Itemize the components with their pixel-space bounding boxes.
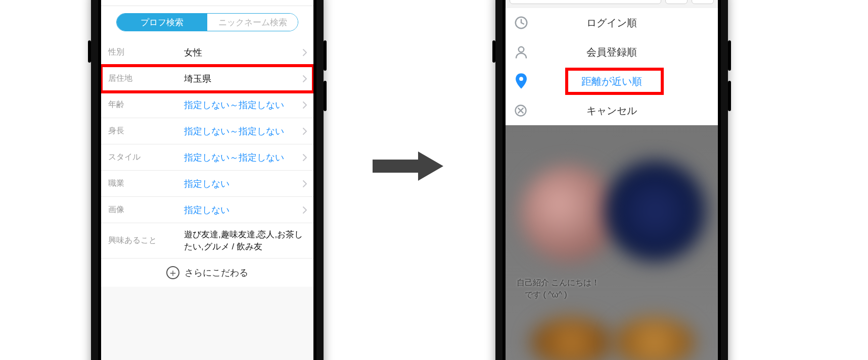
back-button[interactable]: 戻る — [105, 0, 134, 6]
pin-icon — [514, 73, 544, 90]
segment-control: プロフ検索 ニックネーム検索 — [116, 13, 298, 31]
phone-side-button — [492, 40, 495, 63]
row-label: 年齢 — [108, 99, 184, 110]
caption-line: 自己紹介 こんにちは！ — [517, 277, 600, 289]
avatar-blur — [531, 317, 612, 360]
chevron-right-icon — [302, 75, 307, 83]
chevron-right-icon — [302, 180, 307, 188]
sort-label: ログイン順 — [544, 16, 710, 30]
plus-circle-icon: ＋ — [166, 266, 179, 279]
location-button[interactable] — [692, 0, 714, 4]
segment-control-wrap: プロフ検索 ニックネーム検索 — [101, 6, 313, 39]
row-interest[interactable]: 興味あること 遊び友達,趣味友達,恋人,お茶したい,グルメ / 飲み友 — [101, 223, 313, 259]
chevron-right-icon — [302, 48, 307, 57]
row-value: 指定しない～指定しない — [184, 99, 302, 111]
phone-side-button — [728, 40, 731, 71]
row-job[interactable]: 職業 指定しない — [101, 171, 313, 197]
sort-label: キャンセル — [544, 104, 710, 118]
chevron-right-icon — [302, 153, 307, 162]
row-label: スタイル — [108, 152, 184, 163]
screen-left: 戻る プロフ検索 プロフ検索 ニックネーム検索 性別 女性 居住地 埼 — [101, 0, 313, 360]
row-value: 指定しない — [184, 178, 302, 190]
profile-caption: 自己紹介 こんにちは！ です ( ^ω^ ) — [517, 277, 600, 301]
sort-label: 会員登録順 — [544, 45, 710, 59]
filter-list: 性別 女性 居住地 埼玉県 年齢 指定しない～指定しない 身長 指定しない～指定 — [101, 39, 313, 287]
phone-frame-left: 戻る プロフ検索 プロフ検索 ニックネーム検索 性別 女性 居住地 埼 — [91, 0, 324, 360]
more-filters-label: さらにこだわる — [185, 267, 248, 279]
phone-side-button — [88, 40, 91, 63]
row-residence[interactable]: 居住地 埼玉県 — [101, 66, 313, 92]
search-bar-area: 検索条件を設定中 — [506, 0, 718, 8]
chevron-right-icon — [302, 101, 307, 109]
phone-side-button — [324, 40, 327, 71]
sort-login[interactable]: ログイン順 — [506, 8, 718, 37]
sequence-arrow-icon — [370, 148, 446, 184]
row-style[interactable]: スタイル 指定しない～指定しない — [101, 144, 313, 171]
chevron-right-icon — [302, 127, 307, 135]
row-value: 指定しない～指定しない — [184, 125, 302, 137]
nav-bar: 戻る プロフ検索 — [101, 0, 313, 6]
row-label: 興味あること — [108, 235, 184, 246]
phone-side-button — [324, 81, 327, 111]
phone-bezel: 戻る プロフ検索 プロフ検索 ニックネーム検索 性別 女性 居住地 埼 — [98, 0, 316, 360]
row-label: 居住地 — [108, 73, 184, 84]
user-icon — [514, 44, 544, 60]
row-value: 指定しない — [184, 204, 302, 216]
segment-nickname-search[interactable]: ニックネーム検索 — [207, 14, 298, 31]
avatar-blur — [605, 161, 706, 262]
row-value: 女性 — [184, 46, 302, 59]
row-value: 埼玉県 — [184, 73, 302, 85]
avatar-blur — [614, 317, 695, 360]
row-label: 身長 — [108, 126, 184, 136]
row-value: 指定しない～指定しない — [184, 151, 302, 164]
caption-line: です ( ^ω^ ) — [517, 289, 600, 301]
search-input[interactable]: 検索条件を設定中 — [510, 0, 661, 4]
row-height[interactable]: 身長 指定しない～指定しない — [101, 118, 313, 144]
sort-cancel[interactable]: キャンセル — [506, 96, 718, 125]
row-gender[interactable]: 性別 女性 — [101, 39, 313, 66]
close-circle-icon — [514, 104, 544, 118]
sort-panel: ログイン順 会員登録順 距離が近い順 — [506, 8, 718, 125]
row-label: 性別 — [108, 47, 184, 58]
row-label: 職業 — [108, 178, 184, 189]
more-filters-button[interactable]: ＋ さらにこだわる — [101, 259, 313, 287]
svg-point-9 — [519, 77, 523, 81]
screen-right: 検索条件を設定中 — [506, 0, 718, 360]
phone-bezel: 検索条件を設定中 — [502, 0, 721, 360]
sort-label: 距離が近い順 — [544, 75, 710, 88]
chevron-right-icon — [302, 206, 307, 214]
segment-profile-search[interactable]: プロフ検索 — [117, 14, 207, 31]
avatar-blur — [521, 166, 617, 262]
sort-distance[interactable]: 距離が近い順 — [506, 67, 718, 96]
sort-register[interactable]: 会員登録順 — [506, 37, 718, 67]
phone-side-button — [728, 81, 731, 111]
clock-icon — [514, 15, 544, 30]
grid-view-button[interactable] — [665, 0, 688, 4]
row-value: 遊び友達,趣味友達,恋人,お茶したい,グルメ / 飲み友 — [184, 229, 307, 253]
row-age[interactable]: 年齢 指定しない～指定しない — [101, 92, 313, 118]
results-area-blurred: 自己紹介 こんにちは！ です ( ^ω^ ) — [506, 125, 718, 360]
phone-frame-right: 検索条件を設定中 — [495, 0, 728, 360]
row-label: 画像 — [108, 204, 184, 215]
row-image[interactable]: 画像 指定しない — [101, 197, 313, 223]
svg-point-8 — [519, 47, 524, 53]
